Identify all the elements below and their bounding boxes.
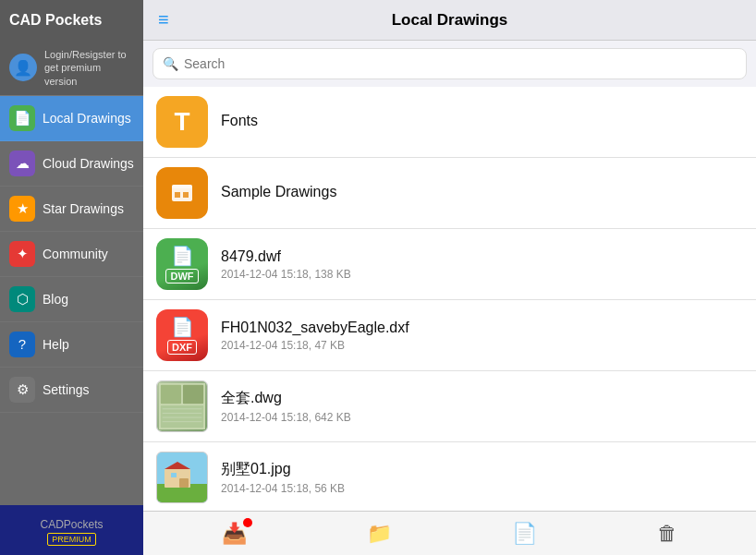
sidebar-item-settings[interactable]: ⚙ Settings [0,368,143,413]
sidebar-item-local-drawings[interactable]: 📄 Local Drawings [0,96,143,141]
file-name: Sample Drawings [221,184,743,200]
nav-label-blog: Blog [43,292,68,307]
file-name: 别墅01.jpg [221,460,743,479]
nav-label-star-drawings: Star Drawings [43,201,124,216]
page-title: Local Drawings [392,11,508,30]
premium-badge: PREMIUM [47,533,96,546]
search-icon: 🔍 [163,56,178,71]
file-meta: 2014-12-04 15:18, 56 KB [221,482,743,495]
delete-icon: 🗑 [657,522,677,546]
sidebar-item-star-drawings[interactable]: ★ Star Drawings [0,187,143,232]
sidebar: CAD Pockets 👤 Login/Resigster to get pre… [0,0,143,555]
footer-logo-cad: CAD [40,518,63,531]
file-name: Fonts [221,113,743,129]
sidebar-footer: CADPockets PREMIUM [0,505,143,555]
nav-label-cloud-drawings: Cloud Drawings [43,156,134,171]
svg-rect-2 [175,192,180,198]
list-item[interactable]: 别墅01.jpg 2014-12-04 15:18, 56 KB [143,442,756,511]
nav-icon-settings: ⚙ [9,377,35,403]
file-info: Fonts [221,113,743,132]
new-folder-button[interactable]: 📁 [358,518,401,549]
sidebar-item-cloud-drawings[interactable]: ☁ Cloud Drawings [0,141,143,187]
file-meta: 2014-12-04 15:18, 47 KB [221,339,743,352]
nav-icon-community: ✦ [9,241,35,267]
list-item[interactable]: T Fonts [143,87,756,158]
svg-rect-5 [161,385,181,404]
sample-icon [156,167,208,219]
new-file-icon: 📄 [512,522,537,546]
nav-icon-blog: ⬡ [9,286,35,312]
search-bar[interactable]: 🔍 [152,48,747,79]
svg-rect-16 [179,478,189,488]
footer-logo: CADPockets [40,514,103,531]
avatar: 👤 [9,54,37,81]
file-info: 8479.dwf 2014-12-04 15:18, 138 KB [221,248,743,281]
list-item[interactable]: 📄 DXF FH01N032_savebyEagle.dxf 2014-12-0… [143,300,756,371]
nav-icon-star-drawings: ★ [9,196,35,222]
file-name: 8479.dwf [221,248,743,265]
nav-icon-local-drawings: 📄 [9,105,35,131]
notification-dot [243,518,252,527]
sidebar-nav: 📄 Local Drawings ☁ Cloud Drawings ★ Star… [0,96,143,505]
nav-icon-cloud-drawings: ☁ [9,151,35,176]
svg-rect-1 [172,185,192,188]
app-title-text: CAD Pockets [9,12,102,29]
dwg-thumbnail [156,380,208,432]
sidebar-item-help[interactable]: ? Help [0,322,143,368]
nav-label-settings: Settings [43,382,90,397]
bottom-toolbar: 📥 📁 📄 🗑 [143,511,756,555]
file-meta: 2014-12-04 15:18, 138 KB [221,268,743,281]
search-input[interactable] [184,56,737,71]
sidebar-item-community[interactable]: ✦ Community [0,232,143,277]
menu-icon[interactable]: ≡ [158,9,169,30]
file-info: Sample Drawings [221,184,743,203]
svg-rect-17 [171,473,177,477]
main-content: ≡ Local Drawings 🔍 T Fonts Sample Drawin… [143,0,756,555]
file-info: FH01N032_savebyEagle.dxf 2014-12-04 15:1… [221,320,743,352]
footer-logo-pockets: Pockets [64,518,104,531]
nav-icon-help: ? [9,332,35,357]
file-name: FH01N032_savebyEagle.dxf [221,320,743,336]
nav-label-local-drawings: Local Drawings [43,111,131,126]
list-item[interactable]: 全套.dwg 2014-12-04 15:18, 642 KB [143,371,756,442]
sidebar-item-blog[interactable]: ⬡ Blog [0,277,143,322]
nav-label-help: Help [43,337,69,352]
dxf-icon: 📄 DXF [156,309,208,361]
dwf-icon: 📄 DWF [156,238,208,290]
file-list: T Fonts Sample Drawings 📄 DWF 8479.dwf 2… [143,87,756,511]
login-text[interactable]: Login/Resigster to get premium version [44,48,134,88]
nav-label-community: Community [43,247,108,261]
fonts-icon: T [156,96,208,148]
file-meta: 2014-12-04 15:18, 642 KB [221,411,743,424]
file-info: 全套.dwg 2014-12-04 15:18, 642 KB [221,389,743,424]
list-item[interactable]: 📄 DWF 8479.dwf 2014-12-04 15:18, 138 KB [143,229,756,300]
svg-rect-6 [183,385,203,404]
file-name: 全套.dwg [221,389,743,408]
top-bar: ≡ Local Drawings [143,0,756,41]
list-item[interactable]: Sample Drawings [143,158,756,229]
new-folder-icon: 📁 [367,522,392,546]
login-section[interactable]: 👤 Login/Resigster to get premium version [0,41,143,96]
import-button[interactable]: 📥 [213,518,256,549]
file-info: 别墅01.jpg 2014-12-04 15:18, 56 KB [221,460,743,495]
delete-button[interactable]: 🗑 [648,518,687,549]
app-title: CAD Pockets [0,0,143,41]
new-file-button[interactable]: 📄 [503,518,546,549]
svg-rect-3 [183,192,189,198]
jpg-thumbnail [156,452,208,503]
